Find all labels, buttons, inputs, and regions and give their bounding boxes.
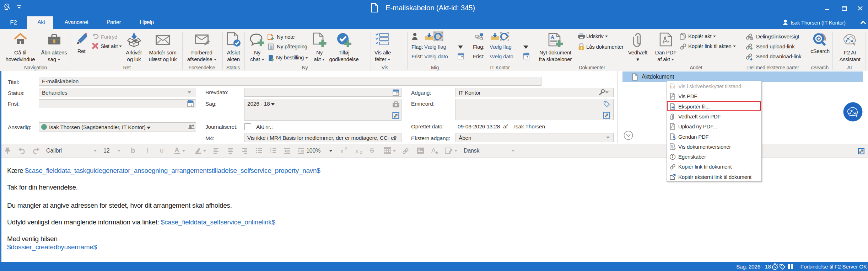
svg-text:A: A bbox=[431, 147, 436, 154]
svg-text:7: 7 bbox=[461, 55, 463, 59]
svg-text:3: 3 bbox=[270, 151, 271, 154]
svg-text:A: A bbox=[551, 34, 555, 40]
svg-text:7: 7 bbox=[396, 92, 398, 95]
svg-text:A: A bbox=[671, 144, 673, 147]
svg-text:7: 7 bbox=[190, 103, 192, 107]
svg-text:7: 7 bbox=[526, 55, 528, 59]
svg-text:A: A bbox=[175, 147, 179, 153]
